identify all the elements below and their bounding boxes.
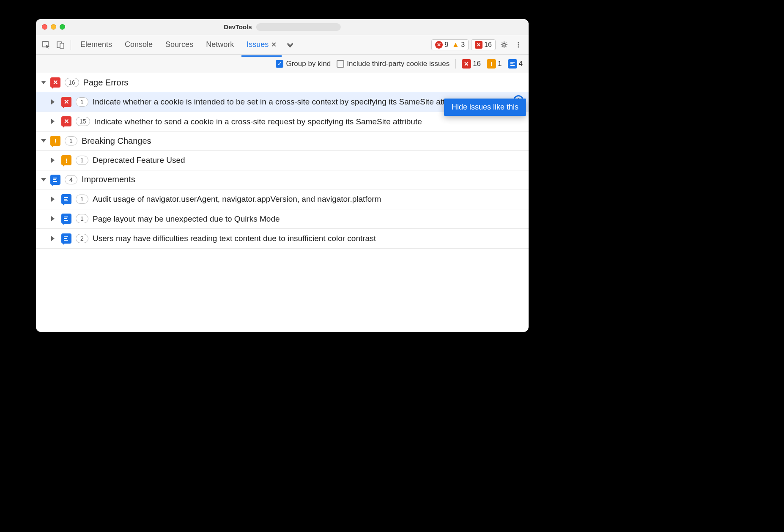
issue-count: 2 — [76, 234, 88, 243]
svg-point-6 — [518, 46, 519, 47]
devtools-window: DevTools Elements Console Sources Networ… — [36, 19, 529, 332]
group-title: Improvements — [82, 175, 135, 184]
tab-elements[interactable]: Elements — [75, 38, 117, 52]
svg-rect-2 — [60, 43, 64, 48]
filter-improvements[interactable]: 4 — [508, 59, 523, 69]
inspect-element-icon[interactable] — [40, 39, 52, 51]
svg-rect-15 — [64, 200, 68, 201]
warning-icon: ▲ — [452, 41, 459, 49]
group-header-page-errors[interactable]: ✕ 16 Page Errors — [36, 73, 529, 92]
chevron-right-icon — [51, 99, 57, 104]
more-tabs-icon[interactable] — [284, 39, 296, 51]
checkbox-empty-icon — [337, 60, 344, 68]
issue-row[interactable]: 1 Page layout may be unexpected due to Q… — [36, 209, 529, 229]
issue-count: 1 — [76, 195, 88, 204]
filter-improvements-count: 4 — [519, 60, 523, 68]
group-header-improvements[interactable]: 4 Improvements — [36, 170, 529, 189]
tab-sources[interactable]: Sources — [160, 38, 198, 52]
subbar-divider — [455, 59, 456, 69]
titlebar: DevTools — [36, 19, 529, 35]
issue-row[interactable]: 2 Users may have difficulties reading te… — [36, 229, 529, 249]
svg-rect-13 — [64, 197, 68, 198]
warning-count: ▲ 3 — [452, 41, 465, 49]
svg-rect-11 — [53, 179, 56, 180]
issue-row[interactable]: ! 1 Deprecated Feature Used — [36, 151, 529, 170]
tab-issues[interactable]: Issues ✕ — [241, 38, 282, 52]
maximize-window-button[interactable] — [60, 24, 65, 30]
minimize-window-button[interactable] — [51, 24, 56, 30]
issue-count: 1 — [76, 156, 88, 165]
checkbox-checked-icon: ✓ — [276, 60, 283, 68]
info-bubble-icon — [508, 59, 517, 69]
overflow-menu-icon[interactable] — [513, 39, 524, 51]
include-third-party-checkbox[interactable]: Include third-party cookie issues — [337, 60, 450, 68]
group-count: 1 — [65, 136, 77, 145]
svg-point-4 — [518, 42, 519, 43]
issues-status-badge[interactable]: ✕ 16 — [471, 39, 496, 50]
chevron-right-icon — [51, 236, 57, 241]
issues-filter-bar: ✓ Group by kind Include third-party cook… — [36, 55, 529, 73]
info-bubble-icon — [61, 214, 71, 224]
include-third-party-label: Include third-party cookie issues — [347, 60, 450, 68]
error-bubble-icon: ✕ — [61, 97, 71, 107]
filter-warnings[interactable]: ! 1 — [487, 59, 502, 69]
svg-rect-18 — [64, 220, 68, 221]
issue-text: Indicate whether to send a cookie in a c… — [94, 116, 524, 127]
warning-bubble-icon: ! — [50, 136, 60, 146]
toolbar-divider — [71, 40, 71, 50]
settings-icon[interactable] — [498, 39, 510, 51]
info-bubble-icon — [50, 175, 60, 185]
tab-console[interactable]: Console — [120, 38, 158, 52]
group-by-kind-label: Group by kind — [286, 60, 331, 68]
issue-row[interactable]: 1 Audit usage of navigator.userAgent, na… — [36, 189, 529, 209]
issue-count: 1 — [76, 214, 88, 223]
issue-count: 1 — [76, 97, 88, 107]
tab-network[interactable]: Network — [201, 38, 239, 52]
error-icon: ✕ — [435, 41, 443, 49]
group-by-kind-checkbox[interactable]: ✓ Group by kind — [276, 60, 331, 68]
issue-error-count: ✕ 16 — [475, 41, 492, 49]
filter-errors-count: 16 — [473, 60, 481, 68]
error-count: ✕ 9 — [435, 41, 448, 49]
svg-rect-14 — [64, 199, 67, 200]
svg-rect-20 — [64, 238, 67, 239]
main-toolbar: Elements Console Sources Network Issues … — [36, 35, 529, 55]
svg-rect-9 — [510, 65, 515, 66]
svg-rect-16 — [64, 217, 68, 217]
issue-text: Page layout may be unexpected due to Qui… — [93, 214, 524, 225]
group-count: 4 — [65, 175, 77, 184]
warning-count-value: 3 — [461, 41, 465, 49]
console-status-badge[interactable]: ✕ 9 ▲ 3 — [431, 39, 469, 50]
chevron-down-icon — [41, 81, 46, 84]
group-title: Page Errors — [83, 78, 129, 88]
svg-rect-17 — [64, 218, 67, 219]
filter-errors[interactable]: ✕ 16 — [462, 59, 481, 69]
error-bubble-icon: ✕ — [61, 116, 71, 126]
issue-text: Deprecated Feature Used — [93, 155, 524, 166]
info-bubble-icon — [61, 233, 71, 244]
svg-rect-8 — [510, 63, 513, 64]
issue-error-count-value: 16 — [484, 41, 492, 49]
svg-point-3 — [503, 44, 505, 46]
group-title: Breaking Changes — [82, 136, 151, 146]
group-count: 16 — [65, 78, 79, 87]
filter-warnings-count: 1 — [498, 60, 502, 68]
traffic-lights — [42, 24, 65, 30]
info-bubble-icon — [61, 194, 71, 204]
chevron-down-icon — [41, 139, 46, 143]
title-center: DevTools — [224, 23, 340, 31]
close-icon[interactable]: ✕ — [271, 41, 277, 49]
address-placeholder — [256, 23, 341, 31]
svg-point-5 — [518, 44, 519, 45]
error-count-value: 9 — [444, 41, 448, 49]
group-header-breaking-changes[interactable]: ! 1 Breaking Changes — [36, 132, 529, 151]
device-toolbar-icon[interactable] — [55, 39, 66, 51]
issue-count: 15 — [76, 117, 90, 126]
svg-rect-7 — [510, 62, 515, 63]
context-menu-hide[interactable]: Hide issues like this — [444, 99, 526, 116]
chevron-right-icon — [51, 158, 57, 163]
close-window-button[interactable] — [42, 24, 47, 30]
chevron-right-icon — [51, 197, 57, 202]
warning-bubble-icon: ! — [61, 155, 71, 165]
warning-bubble-icon: ! — [487, 59, 496, 69]
